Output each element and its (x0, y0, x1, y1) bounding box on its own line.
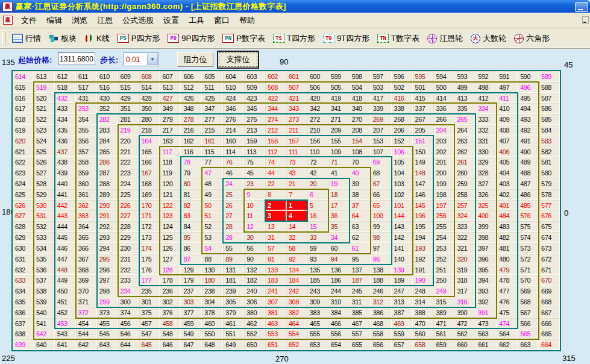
grid-cell-461[interactable]: 461 (223, 318, 244, 329)
grid-cell-618[interactable]: 618 (13, 114, 34, 125)
grid-cell-481[interactable]: 481 (497, 243, 518, 254)
grid-cell-289[interactable]: 289 (97, 189, 118, 200)
grid-cell-264[interactable]: 264 (454, 125, 475, 136)
grid-cell-195[interactable]: 195 (413, 221, 434, 232)
grid-cell-220[interactable]: 220 (118, 136, 139, 146)
grid-cell-174[interactable]: 174 (139, 243, 160, 254)
grid-cell-380[interactable]: 380 (244, 307, 265, 318)
grid-cell-134[interactable]: 134 (286, 265, 307, 275)
grid-cell-590[interactable]: 590 (518, 71, 539, 82)
grid-cell-34[interactable]: 34 (328, 232, 350, 243)
grid-cell-440[interactable]: 440 (55, 178, 76, 189)
grid-cell-345[interactable]: 345 (244, 103, 265, 114)
grid-cell-643[interactable]: 643 (97, 339, 118, 350)
grid-cell-366[interactable]: 366 (76, 243, 97, 254)
grid-cell-57[interactable]: 57 (265, 243, 286, 254)
grid-cell-187[interactable]: 187 (350, 275, 371, 286)
grid-cell-205[interactable]: 205 (413, 125, 434, 136)
grid-cell-299[interactable]: 299 (97, 297, 118, 307)
grid-cell-167[interactable]: 167 (139, 168, 160, 178)
grid-cell-601[interactable]: 601 (286, 71, 307, 82)
grid-cell-671[interactable]: 671 (539, 265, 560, 275)
grid-cell-78[interactable]: 78 (181, 157, 202, 168)
grid-cell-276[interactable]: 276 (223, 114, 244, 125)
grid-cell-213[interactable]: 213 (244, 125, 265, 136)
grid-cell-617[interactable]: 617 (13, 103, 34, 114)
grid-cell-239[interactable]: 239 (223, 286, 244, 297)
grid-cell-661[interactable]: 661 (475, 339, 497, 350)
grid-cell-614[interactable]: 614 (13, 71, 34, 82)
grid-cell-668[interactable]: 668 (539, 297, 560, 307)
grid-cell-413[interactable]: 413 (454, 93, 475, 104)
grid-cell-577[interactable]: 577 (539, 200, 560, 211)
step-combobox[interactable]: 0.01 ▼ (124, 52, 159, 66)
grid-cell-265[interactable]: 265 (454, 114, 475, 125)
grid-cell-240[interactable]: 240 (244, 286, 265, 297)
grid-cell-352[interactable]: 352 (97, 103, 118, 114)
grid-cell-330[interactable]: 330 (475, 146, 497, 157)
grid-cell-621[interactable]: 621 (13, 146, 34, 157)
grid-cell-556[interactable]: 556 (328, 328, 350, 339)
grid-cell-369[interactable]: 369 (76, 275, 97, 286)
grid-cell-619[interactable]: 619 (13, 125, 34, 136)
grid-cell-111[interactable]: 111 (286, 146, 307, 157)
grid-cell-566[interactable]: 566 (518, 318, 539, 329)
grid-cell-420[interactable]: 420 (307, 93, 328, 104)
grid-cell-302[interactable]: 302 (160, 297, 181, 307)
grid-cell-631[interactable]: 631 (13, 254, 34, 265)
grid-cell-466[interactable]: 466 (328, 318, 350, 329)
grid-cell-407[interactable]: 407 (497, 136, 518, 146)
grid-cell-180[interactable]: 180 (202, 275, 223, 286)
grid-cell-594[interactable]: 594 (433, 71, 454, 82)
grid-cell-322[interactable]: 322 (454, 232, 475, 243)
grid-cell-595[interactable]: 595 (413, 71, 434, 82)
grid-cell-581[interactable]: 581 (539, 157, 560, 168)
grid-cell-288[interactable]: 288 (97, 178, 118, 189)
grid-cell-7[interactable]: 7 (286, 189, 307, 200)
grid-cell-603[interactable]: 603 (244, 71, 265, 82)
grid-cell-515[interactable]: 515 (118, 82, 139, 93)
grid-cell-347[interactable]: 347 (202, 103, 223, 114)
grid-cell-482[interactable]: 482 (497, 232, 518, 243)
grid-cell-547[interactable]: 547 (139, 328, 160, 339)
grid-cell-638[interactable]: 638 (13, 328, 34, 339)
grid-cell-112[interactable]: 112 (265, 146, 286, 157)
grid-cell-69[interactable]: 69 (371, 157, 392, 168)
grid-cell-83[interactable]: 83 (181, 210, 202, 221)
grid-cell-37[interactable]: 37 (350, 200, 371, 211)
grid-cell-193[interactable]: 193 (413, 243, 434, 254)
grid-cell-508[interactable]: 508 (265, 82, 286, 93)
grid-cell-550[interactable]: 550 (202, 328, 223, 339)
toolbar-button-江恩轮[interactable]: 江恩轮 (424, 32, 466, 45)
grid-cell-463[interactable]: 463 (265, 318, 286, 329)
grid-cell-652[interactable]: 652 (286, 339, 307, 350)
grid-cell-598[interactable]: 598 (350, 71, 371, 82)
grid-cell-494[interactable]: 494 (518, 103, 539, 114)
grid-cell-503[interactable]: 503 (371, 82, 392, 93)
grid-cell-198[interactable]: 198 (433, 189, 454, 200)
grid-cell-476[interactable]: 476 (497, 297, 518, 307)
grid-cell-137[interactable]: 137 (350, 265, 371, 275)
grid-cell-458[interactable]: 458 (160, 318, 181, 329)
grid-cell-250[interactable]: 250 (433, 275, 454, 286)
grid-cell-398[interactable]: 398 (475, 232, 497, 243)
grid-cell-505[interactable]: 505 (328, 82, 350, 93)
grid-cell-176[interactable]: 176 (139, 265, 160, 275)
grid-cell-30[interactable]: 30 (244, 232, 265, 243)
grid-cell-584[interactable]: 584 (539, 125, 560, 136)
grid-cell-101[interactable]: 101 (392, 200, 413, 211)
grid-cell-514[interactable]: 514 (139, 82, 160, 93)
grid-cell-430[interactable]: 430 (97, 93, 118, 104)
grid-cell-416[interactable]: 416 (392, 93, 413, 104)
grid-cell-406[interactable]: 406 (497, 146, 518, 157)
grid-cell-109[interactable]: 109 (328, 146, 350, 157)
grid-cell-400[interactable]: 400 (475, 210, 497, 221)
grid-cell-589[interactable]: 589 (539, 71, 560, 82)
grid-cell-53[interactable]: 53 (202, 232, 223, 243)
grid-cell-25[interactable]: 25 (223, 189, 244, 200)
grid-cell-399[interactable]: 399 (475, 221, 497, 232)
grid-cell-51[interactable]: 51 (202, 210, 223, 221)
grid-cell-650[interactable]: 650 (244, 339, 265, 350)
grid-cell-22[interactable]: 22 (265, 178, 286, 189)
grid-cell-107[interactable]: 107 (371, 146, 392, 157)
